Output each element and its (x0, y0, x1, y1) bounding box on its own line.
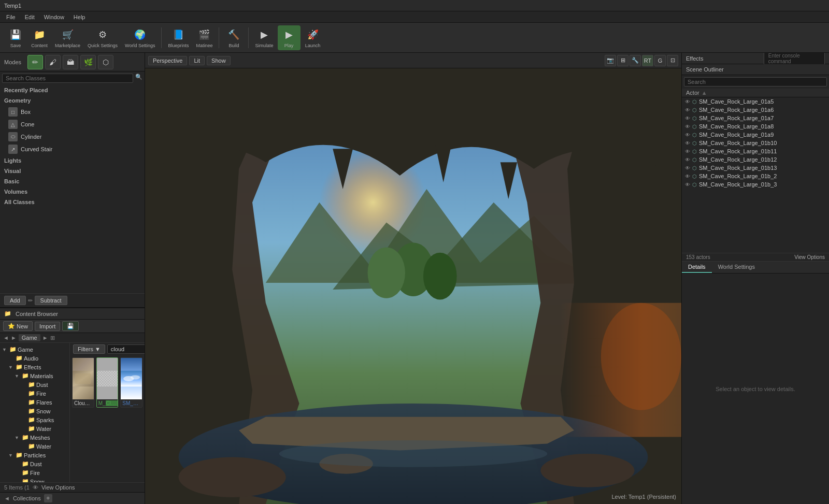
tree-materials[interactable]: ▼ 📁 Materials (0, 371, 69, 380)
details-tab[interactable]: Details (682, 262, 712, 273)
all-classes-header[interactable]: All Classes (0, 197, 145, 207)
place-item-curved-stair[interactable]: ↗ Curved Stair (0, 143, 145, 155)
geometry-header[interactable]: Geometry (0, 95, 145, 106)
outliner-item[interactable]: 👁 ⬡ SM_Cave_Rock_Large_01a9 (682, 131, 829, 139)
tree-dust[interactable]: 📁 Dust (0, 380, 69, 389)
paint-mode-btn[interactable]: 🖌 (45, 55, 61, 69)
content-button[interactable]: 📁 Content (28, 25, 51, 50)
tree-p-fire[interactable]: 📁 Fire (0, 468, 69, 477)
new-button[interactable]: ⭐ New (3, 321, 33, 331)
tree-item-label: Dust (36, 382, 48, 388)
outliner-item[interactable]: 👁 ⬡ SM_Cave_Rock_Large_01b11 (682, 147, 829, 155)
matinee-button[interactable]: 🎬 Matinee (193, 25, 216, 50)
foliage-mode-btn[interactable]: 🌿 (80, 55, 96, 69)
actor-sort-btn[interactable]: Actor (686, 90, 699, 96)
menu-help[interactable]: Help (69, 13, 90, 21)
blueprints-button[interactable]: 📘 Blueprints (165, 25, 192, 50)
actor-icon: ⬡ (692, 124, 697, 129)
import-button[interactable]: Import (35, 322, 60, 331)
visual-header[interactable]: Visual (0, 166, 145, 176)
menu-window[interactable]: Window (40, 13, 68, 21)
subtract-button[interactable]: Subtract (35, 296, 67, 305)
geometry-mode-btn[interactable]: ⬡ (98, 55, 113, 69)
outliner-item[interactable]: 👁 ⬡ SM_Cave_Rock_Large_01a8 (682, 122, 829, 131)
nav-forward-btn[interactable]: ► (11, 335, 17, 341)
save-label: Save (10, 43, 21, 48)
viewport[interactable]: Level: Temp1 (Persistent) (145, 68, 681, 504)
tree-flares[interactable]: 📁 Flares (0, 398, 69, 407)
outliner-item[interactable]: 👁 ⬡ SM_Cave_Rock_Large_01a5 (682, 97, 829, 106)
actor-name: SM_Cave_Rock_Large_01a9 (699, 132, 774, 138)
tree-meshes-effects[interactable]: ▼ 📁 Meshes (0, 433, 69, 442)
outliner-item[interactable]: 👁 ⬡ SM_Cave_Rock_Large_01a7 (682, 114, 829, 122)
box-label: Box (21, 109, 31, 115)
tree-p-dust[interactable]: 📁 Dust (0, 459, 69, 468)
tree-game[interactable]: ▼ 📁 Game (0, 345, 69, 354)
outliner-item[interactable]: 👁 ⬡ SM_Cave_Rock_Large_01b10 (682, 139, 829, 147)
tree-p-snow[interactable]: 📁 Snow (0, 477, 69, 482)
view-options-btn[interactable]: View Options (794, 254, 825, 260)
tree-water2[interactable]: 📁 Water (0, 442, 69, 451)
save-button[interactable]: 💾 Save (4, 25, 27, 50)
volumes-header[interactable]: Volumes (0, 186, 145, 197)
save-all-button[interactable]: 💾 (62, 321, 79, 331)
menu-file[interactable]: File (2, 13, 20, 21)
basic-header[interactable]: Basic (0, 176, 145, 186)
landscape-mode-btn[interactable]: 🏔 (63, 55, 78, 69)
vp-stats-btn[interactable]: G (654, 55, 666, 66)
tree-particles[interactable]: ▼ 📁 Particles (0, 451, 69, 459)
tree-fire[interactable]: 📁 Fire (0, 389, 69, 398)
perspective-btn[interactable]: Perspective (148, 56, 187, 65)
eye-icon: 👁 (685, 99, 690, 105)
place-item-cylinder[interactable]: ⬭ Cylinder (0, 131, 145, 143)
menu-edit[interactable]: Edit (21, 13, 39, 21)
recently-placed-header[interactable]: Recently Placed (0, 85, 145, 95)
expand-icon: ▼ (2, 347, 8, 352)
place-search-input[interactable] (2, 74, 133, 83)
tree-audio[interactable]: 📁 Audio (0, 354, 69, 363)
vp-snap-btn[interactable]: 🔧 (630, 55, 641, 66)
outliner-item[interactable]: 👁 ⬡ SM_Cave_Rock_Large_01b_3 (682, 180, 829, 189)
build-button[interactable]: 🔨 Build (222, 25, 245, 50)
asset-cloudplane01[interactable]: CloudPlane_01 (72, 357, 94, 408)
place-item-box[interactable]: □ Box (0, 106, 145, 118)
asset-smskyclouds[interactable]: SM_Sky_Clouds (120, 357, 142, 408)
add-button[interactable]: Add (4, 296, 26, 305)
asset-mcloud2[interactable]: M_Cloud_2 (96, 357, 119, 408)
launch-button[interactable]: 🚀 Launch (302, 25, 324, 50)
outliner-item[interactable]: 👁 ⬡ SM_Cave_Rock_Large_01b12 (682, 155, 829, 164)
vp-realtime-btn[interactable]: RT (642, 55, 653, 66)
vp-grid-btn[interactable]: ⊞ (617, 55, 628, 66)
worldsettings-button[interactable]: 🌍 World Settings (122, 25, 158, 50)
lit-btn[interactable]: Lit (189, 56, 205, 65)
collections-add-button[interactable]: + (44, 494, 52, 502)
world-settings-tab[interactable]: World Settings (712, 262, 761, 273)
game-root-btn[interactable]: Game (19, 334, 40, 341)
tree-effects[interactable]: ▼ 📁 Effects (0, 363, 69, 371)
tree-sparks[interactable]: 📁 Sparks (0, 415, 69, 424)
outliner-item[interactable]: 👁 ⬡ SM_Cave_Rock_Large_01a6 (682, 106, 829, 114)
filter-button[interactable]: Filters ▼ (73, 344, 105, 354)
lights-header[interactable]: Lights (0, 155, 145, 166)
tree-item-label: Meshes (30, 435, 50, 441)
show-btn[interactable]: Show (207, 56, 231, 65)
nav-back-btn[interactable]: ◄ (3, 335, 9, 341)
outliner-item[interactable]: 👁 ⬡ SM_Cave_Rock_Large_01b13 (682, 164, 829, 172)
outliner-item[interactable]: 👁 ⬡ SM_Cave_Rock_Large_01b_2 (682, 172, 829, 180)
content-browser-header: 📁 Content Browser (0, 308, 145, 320)
vp-maximize-btn[interactable]: ⊡ (667, 55, 678, 66)
outliner-search-input[interactable] (684, 77, 827, 87)
asset-search-input[interactable] (107, 344, 145, 354)
nav-extra-btn[interactable]: ⊞ (50, 335, 55, 341)
tree-snow[interactable]: 📁 Snow (0, 407, 69, 415)
place-mode-btn[interactable]: ✏ (27, 55, 43, 69)
simulate-button[interactable]: ▶ Simulate (252, 25, 276, 50)
vp-camera-btn[interactable]: 📷 (605, 55, 616, 66)
console-input[interactable]: Enter console command (764, 53, 825, 65)
marketplace-button[interactable]: 🛒 Marketplace (52, 25, 83, 50)
view-options-btn[interactable]: View Options (41, 484, 75, 491)
play-button[interactable]: ▶ Play (278, 25, 301, 50)
quicksettings-button[interactable]: ⚙ Quick Settings (84, 25, 121, 50)
tree-water[interactable]: 📁 Water (0, 424, 69, 433)
place-item-cone[interactable]: △ Cone (0, 118, 145, 131)
